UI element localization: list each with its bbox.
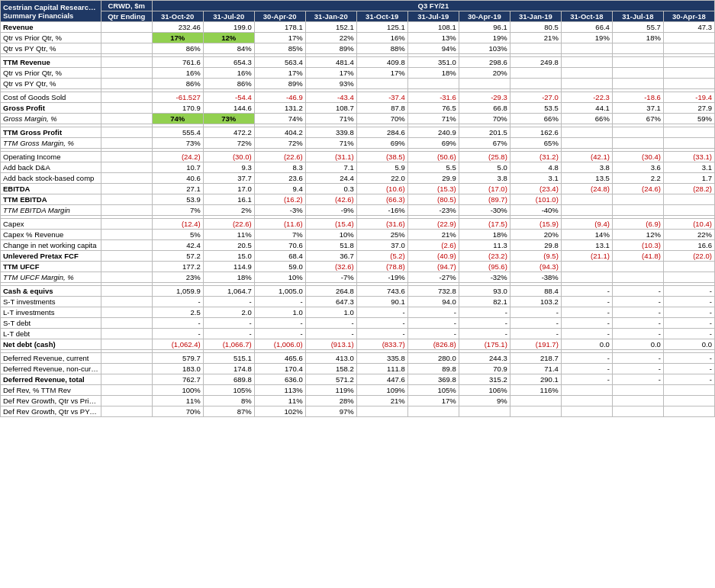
data-cell: - [612,307,663,318]
data-cell [663,272,714,283]
data-cell: 5.0 [459,162,510,173]
data-cell: - [459,329,510,339]
data-cell: 18% [203,272,254,283]
data-cell: 71.4 [510,364,561,374]
data-cell: - [356,329,407,339]
data-cell: (78.8) [356,262,407,272]
data-cell: 65% [510,138,561,149]
data-cell: - [663,353,714,364]
data-cell: 762.7 [152,374,203,385]
data-cell: 7.1 [305,162,356,173]
data-cell: 298.6 [459,57,510,68]
data-cell: - [254,329,305,339]
data-cell: 87.8 [356,103,407,114]
data-cell: - [152,297,203,307]
row-label: Qtr vs PY Qtr, % [1,79,101,89]
data-cell: (833.7) [356,339,407,350]
data-cell: - [612,353,663,364]
data-cell: 24.4 [305,173,356,184]
empty-cell [101,173,152,184]
row-label: TTM Revenue [1,57,101,68]
data-cell: - [203,329,254,339]
empty-cell [101,353,152,364]
data-cell: 3.6 [612,162,663,173]
data-cell [663,205,714,216]
empty-cell [101,162,152,173]
data-cell: 12% [203,33,254,43]
financial-table: Cestrian Capital Research, Inc Summary F… [0,0,715,417]
data-cell [663,127,714,138]
data-cell [510,406,561,417]
data-cell: 183.0 [152,364,203,374]
table-row: TTM Revenue761.6654.3563.4481.4409.8351.… [1,57,715,68]
data-cell: -40% [510,205,561,216]
data-cell: 515.1 [203,353,254,364]
data-cell: 17% [305,68,356,79]
data-cell: 0.0 [612,339,663,350]
data-cell: (17.0) [459,184,510,194]
row-label: S-T investments [1,297,101,307]
data-cell: - [561,286,612,297]
data-cell: (23.2) [459,251,510,262]
row-label: Deferred Revenue, non-current [1,364,101,374]
data-cell: 69% [356,138,407,149]
data-cell [561,262,612,272]
data-cell: 72% [254,138,305,149]
data-cell: 654.3 [203,57,254,68]
empty-cell [101,152,152,162]
empty-cell [101,396,152,406]
data-cell: - [305,318,356,329]
data-cell: (6.9) [612,219,663,230]
row-label: Add back stock-based comp [1,173,101,184]
row-label: Gross Margin, % [1,114,101,124]
data-cell [561,43,612,54]
data-cell: (175.1) [459,339,510,350]
table-row: Change in net working capita42.420.570.6… [1,240,715,251]
data-cell [612,43,663,54]
data-cell [510,68,561,79]
data-cell: 13.1 [561,240,612,251]
data-cell: 47.3 [663,22,714,33]
data-cell: 11.3 [459,240,510,251]
col-header: 31-Oct-18 [561,11,612,22]
data-cell: 152.1 [305,22,356,33]
data-cell: 481.4 [305,57,356,68]
data-cell: (50.6) [407,152,459,162]
empty-cell [101,240,152,251]
data-cell: 1,005.0 [254,286,305,297]
table-row: Revenue232.46199.0178.1152.1125.1108.196… [1,22,715,33]
data-cell: - [459,307,510,318]
data-cell: 465.6 [254,353,305,364]
data-cell: 17% [254,33,305,43]
data-cell: 10.7 [152,162,203,173]
data-cell: -27.0 [510,92,561,103]
data-cell: 18% [459,230,510,240]
data-cell: 27.1 [152,184,203,194]
data-cell: -9% [305,205,356,216]
data-cell: 8.3 [254,162,305,173]
table-row: TTM UFCF Margin, %23%18%10%-7%-19%-27%-3… [1,272,715,283]
empty-cell [101,114,152,124]
data-cell: 579.7 [152,353,203,364]
data-cell: 2.0 [203,307,254,318]
data-cell [459,79,510,89]
data-cell: 162.6 [510,127,561,138]
col-header: 31-Jan-20 [305,11,356,22]
data-cell [561,127,612,138]
data-cell: 89% [254,79,305,89]
row-label: Revenue [1,22,101,33]
data-cell: 94% [407,43,459,54]
data-cell: - [663,318,714,329]
main-container: Cestrian Capital Research, Inc Summary F… [0,0,715,417]
data-cell: - [612,318,663,329]
period-header: Q3 FY/21 [152,1,714,11]
data-cell: 85% [254,43,305,54]
data-cell: 94.0 [407,297,459,307]
row-label: TTM Gross Margin, % [1,138,101,149]
data-cell: - [152,318,203,329]
data-cell: 1,059.9 [152,286,203,297]
table-row: EBITDA27.117.09.40.3(10.6)(15.3)(17.0)(2… [1,184,715,194]
data-cell: (24.2) [152,152,203,162]
row-label: Unlevered Pretax FCF [1,251,101,262]
data-cell [612,272,663,283]
